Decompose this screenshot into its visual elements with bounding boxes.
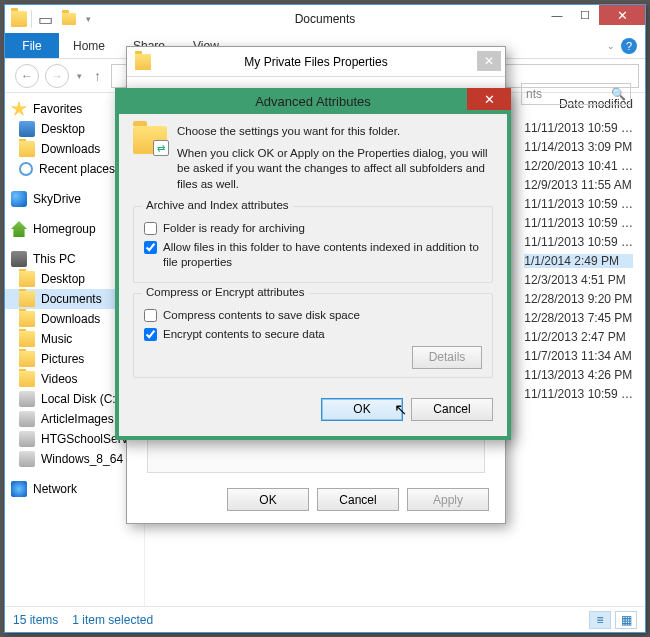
list-item[interactable]: 11/11/2013 10:59 … — [524, 197, 633, 211]
up-button[interactable]: ↑ — [90, 68, 105, 84]
desktop-icon — [19, 121, 35, 137]
homegroup-icon — [11, 221, 27, 237]
folder-icon — [19, 311, 35, 327]
list-item[interactable]: 11/13/2013 4:26 PM — [524, 368, 633, 382]
qat-properties-icon[interactable]: ▭ — [36, 10, 54, 28]
pc-icon — [11, 251, 27, 267]
disk-icon — [19, 431, 35, 447]
qat-dropdown-icon[interactable]: ▾ — [84, 14, 93, 24]
checkbox-archive-label: Folder is ready for archiving — [163, 221, 305, 236]
checkbox-index-input[interactable] — [144, 241, 157, 254]
properties-titlebar: My Private Files Properties ✕ — [127, 47, 505, 77]
advanced-attributes-dialog: Advanced Attributes ✕ Choose the setting… — [115, 88, 511, 440]
recent-icon — [19, 162, 33, 176]
folder-icon — [19, 291, 35, 307]
checkbox-index[interactable]: Allow files in this folder to have conte… — [144, 240, 482, 270]
list-item[interactable]: 11/11/2013 10:59 … — [524, 235, 633, 249]
folder-icon — [19, 271, 35, 287]
date-column-values: 11/11/2013 10:59 … 11/14/2013 3:09 PM 12… — [524, 121, 633, 401]
list-item[interactable]: 11/14/2013 3:09 PM — [524, 140, 633, 154]
disk-icon — [19, 391, 35, 407]
favorites-icon — [11, 101, 27, 117]
checkbox-encrypt[interactable]: Encrypt contents to secure data — [144, 327, 482, 342]
properties-title: My Private Files Properties — [127, 55, 505, 69]
list-item[interactable]: 11/11/2013 10:59 … — [524, 216, 633, 230]
archive-index-group: Archive and Index attributes Folder is r… — [133, 206, 493, 283]
tab-home[interactable]: Home — [59, 33, 119, 58]
checkbox-archive-input[interactable] — [144, 222, 157, 235]
checkbox-encrypt-input[interactable] — [144, 328, 157, 341]
status-count: 15 items — [13, 613, 58, 627]
network-icon — [11, 481, 27, 497]
help-icon[interactable]: ? — [621, 38, 637, 54]
folder-icon — [19, 331, 35, 347]
list-item[interactable]: 11/11/2013 10:59 … — [524, 387, 633, 401]
checkbox-compress-label: Compress contents to save disk space — [163, 308, 360, 323]
forward-button[interactable]: → — [45, 64, 69, 88]
checkbox-archive[interactable]: Folder is ready for archiving — [144, 221, 482, 236]
properties-cancel-button[interactable]: Cancel — [317, 488, 399, 511]
archive-index-legend: Archive and Index attributes — [142, 199, 293, 211]
folder-attributes-icon — [133, 124, 167, 154]
folder-icon — [19, 371, 35, 387]
properties-close-button[interactable]: ✕ — [477, 51, 501, 71]
advanced-title: Advanced Attributes — [255, 94, 371, 109]
checkbox-compress-input[interactable] — [144, 309, 157, 322]
list-item[interactable]: 11/7/2013 11:34 AM — [524, 349, 633, 363]
titlebar: ▭ ▾ Documents — ☐ ✕ — [5, 5, 645, 33]
advanced-close-button[interactable]: ✕ — [467, 88, 511, 110]
folder-icon — [19, 351, 35, 367]
disk-icon — [19, 411, 35, 427]
minimize-button[interactable]: — — [543, 5, 571, 25]
list-item[interactable]: 12/28/2013 9:20 PM — [524, 292, 633, 306]
status-bar: 15 items 1 item selected ≡ ▦ — [5, 606, 645, 632]
list-item[interactable]: 12/3/2013 4:51 PM — [524, 273, 633, 287]
sidebar-network[interactable]: Network — [5, 479, 144, 499]
advanced-titlebar: Advanced Attributes ✕ — [115, 88, 511, 114]
search-icon: 🔍 — [611, 87, 626, 101]
maximize-button[interactable]: ☐ — [571, 5, 599, 25]
status-selected: 1 item selected — [72, 613, 153, 627]
list-item[interactable]: 12/20/2013 10:41 … — [524, 159, 633, 173]
compress-encrypt-legend: Compress or Encrypt attributes — [142, 286, 309, 298]
close-button[interactable]: ✕ — [599, 5, 645, 25]
compress-encrypt-group: Compress or Encrypt attributes Compress … — [133, 293, 493, 378]
folder-icon — [19, 141, 35, 157]
checkbox-compress[interactable]: Compress contents to save disk space — [144, 308, 482, 323]
view-icons-button[interactable]: ▦ — [615, 611, 637, 629]
checkbox-encrypt-label: Encrypt contents to secure data — [163, 327, 325, 342]
window-folder-icon — [11, 11, 27, 27]
list-item[interactable]: 12/9/2013 11:55 AM — [524, 178, 633, 192]
checkbox-index-label: Allow files in this folder to have conte… — [163, 240, 482, 270]
disk-icon — [19, 451, 35, 467]
sidebar-item-windows8[interactable]: Windows_8_64 — [5, 449, 144, 469]
search-box[interactable]: nts 🔍 — [521, 83, 631, 105]
list-item-selected[interactable]: 1/1/2014 2:49 PM — [524, 254, 633, 268]
advanced-ok-button[interactable]: OK — [321, 398, 403, 421]
properties-apply-button[interactable]: Apply — [407, 488, 489, 511]
adv-desc-1: Choose the settings you want for this fo… — [177, 124, 493, 140]
ribbon-expand-icon[interactable]: ⌄ — [605, 41, 617, 51]
properties-ok-button[interactable]: OK — [227, 488, 309, 511]
back-button[interactable]: ← — [15, 64, 39, 88]
view-details-button[interactable]: ≡ — [589, 611, 611, 629]
skydrive-icon — [11, 191, 27, 207]
advanced-cancel-button[interactable]: Cancel — [411, 398, 493, 421]
list-item[interactable]: 11/2/2013 2:47 PM — [524, 330, 633, 344]
list-item[interactable]: 12/28/2013 7:45 PM — [524, 311, 633, 325]
adv-desc-2: When you click OK or Apply on the Proper… — [177, 146, 493, 193]
search-hint: nts — [526, 87, 542, 101]
history-dropdown-icon[interactable]: ▾ — [75, 71, 84, 81]
file-tab[interactable]: File — [5, 33, 59, 58]
list-item[interactable]: 11/11/2013 10:59 … — [524, 121, 633, 135]
qat-newfolder-icon[interactable] — [60, 10, 78, 28]
details-button[interactable]: Details — [412, 346, 482, 369]
